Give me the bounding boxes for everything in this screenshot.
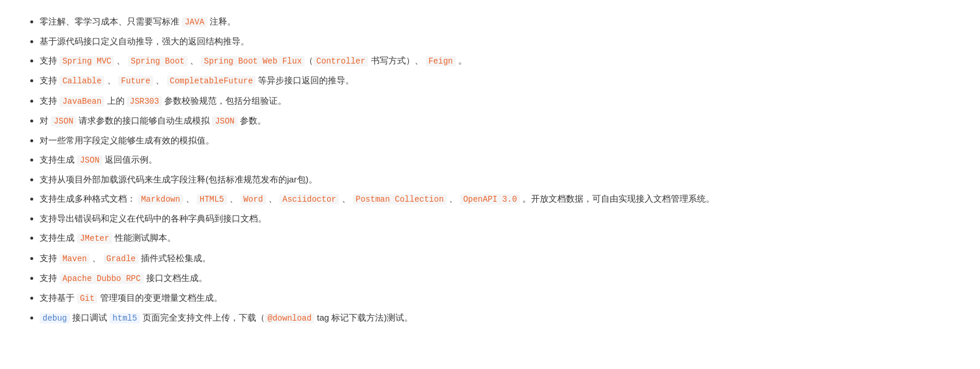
text-content: 支持 Maven 、 Gradle 插件式轻松集成。: [40, 253, 211, 263]
code-callable: Callable: [59, 76, 104, 86]
list-item: 对一些常用字段定义能够生成有效的模拟值。: [40, 131, 957, 150]
text-content: 支持导出错误码和定义在代码中的各种字典码到接口文档。: [40, 213, 267, 223]
text-content: 支持生成 JSON 返回值示例。: [40, 154, 157, 164]
code-feign: Feign: [426, 56, 456, 66]
code-completablefuture: CompletableFuture: [167, 76, 256, 86]
code-spring-boot: Spring Boot: [128, 56, 187, 66]
code-markdown: Markdown: [138, 194, 183, 205]
code-json-2: JSON: [212, 116, 238, 126]
list-item: 支持 Apache Dubbo RPC 接口文档生成。: [40, 268, 957, 288]
list-item: 基于源代码接口定义自动推导，强大的返回结构推导。: [40, 31, 957, 51]
text-content: 对 JSON 请求参数的接口能够自动生成模拟 JSON 参数。: [40, 115, 266, 125]
code-spring-mvc: Spring MVC: [59, 56, 114, 66]
code-postman: Postman Collection: [353, 194, 447, 205]
code-maven: Maven: [59, 254, 90, 264]
code-json-return: JSON: [77, 155, 102, 166]
code-json-1: JSON: [51, 116, 76, 126]
list-item: 对 JSON 请求参数的接口能够自动生成模拟 JSON 参数。: [40, 111, 957, 131]
code-download-tag: @download: [265, 313, 315, 324]
text-content: 支持生成 JMeter 性能测试脚本。: [40, 233, 176, 243]
code-java: JAVA: [182, 17, 207, 27]
code-git: Git: [77, 293, 97, 304]
list-item: 支持 Callable 、 Future 、 CompletableFuture…: [40, 71, 957, 90]
list-item: 支持基于 Git 管理项目的变更增量文档生成。: [40, 288, 957, 308]
list-item: 支持 JavaBean 上的 JSR303 参数校验规范，包括分组验证。: [40, 91, 957, 111]
text-content: 零注解、零学习成本、只需要写标准 JAVA 注释。: [40, 16, 236, 26]
list-item: 支持生成 JSON 返回值示例。: [40, 150, 957, 170]
list-item: 支持生成多种格式文档： Markdown 、 HTML5 、 Word 、 As…: [40, 189, 957, 209]
code-asciidoctor: Asciidoctor: [280, 194, 339, 205]
list-item: 支持 Maven 、 Gradle 插件式轻松集成。: [40, 248, 957, 268]
text-content: debug 接口调试 html5 页面完全支持文件上传，下载（@download…: [40, 312, 413, 322]
code-gradle: Gradle: [104, 254, 139, 264]
text-content: 支持生成多种格式文档： Markdown 、 HTML5 、 Word 、 As…: [40, 194, 714, 203]
list-item: debug 接口调试 html5 页面完全支持文件上传，下载（@download…: [40, 308, 957, 328]
code-jsr303: JSR303: [127, 96, 162, 107]
list-item: 支持生成 JMeter 性能测试脚本。: [40, 228, 957, 248]
code-word: Word: [240, 194, 266, 205]
text-content: 支持 Spring MVC 、 Spring Boot 、 Spring Boo…: [40, 55, 467, 65]
code-apache-dubbo: Apache Dubbo RPC: [59, 273, 143, 284]
list-item: 零注解、零学习成本、只需要写标准 JAVA 注释。: [40, 12, 957, 31]
text-content: 支持 Callable 、 Future 、 CompletableFuture…: [40, 75, 355, 85]
text-content: 支持从项目外部加载源代码来生成字段注释(包括标准规范发布的jar包)。: [40, 174, 317, 184]
list-item: 支持 Spring MVC 、 Spring Boot 、 Spring Boo…: [40, 51, 957, 71]
list-item: 支持导出错误码和定义在代码中的各种字典码到接口文档。: [40, 209, 957, 228]
code-future: Future: [118, 76, 153, 86]
code-html5-debug: html5: [109, 313, 140, 324]
text-content: 支持 Apache Dubbo RPC 接口文档生成。: [40, 273, 207, 283]
code-javabean: JavaBean: [59, 96, 104, 107]
text-content: 基于源代码接口定义自动推导，强大的返回结构推导。: [40, 36, 249, 46]
code-debug: debug: [40, 313, 70, 324]
code-controller: Controller: [313, 56, 368, 66]
text-content: 支持基于 Git 管理项目的变更增量文档生成。: [40, 293, 222, 303]
code-openapi: OpenAPI 3.0: [460, 194, 519, 205]
feature-list: 零注解、零学习成本、只需要写标准 JAVA 注释。 基于源代码接口定义自动推导，…: [23, 12, 957, 328]
text-content: 支持 JavaBean 上的 JSR303 参数校验规范，包括分组验证。: [40, 96, 286, 106]
code-jmeter: JMeter: [77, 233, 112, 244]
text-content: 对一些常用字段定义能够生成有效的模拟值。: [40, 135, 214, 145]
list-item: 支持从项目外部加载源代码来生成字段注释(包括标准规范发布的jar包)。: [40, 170, 957, 189]
code-html5: HTML5: [197, 194, 227, 205]
code-spring-boot-web-flux: Spring Boot Web Flux: [201, 56, 305, 66]
